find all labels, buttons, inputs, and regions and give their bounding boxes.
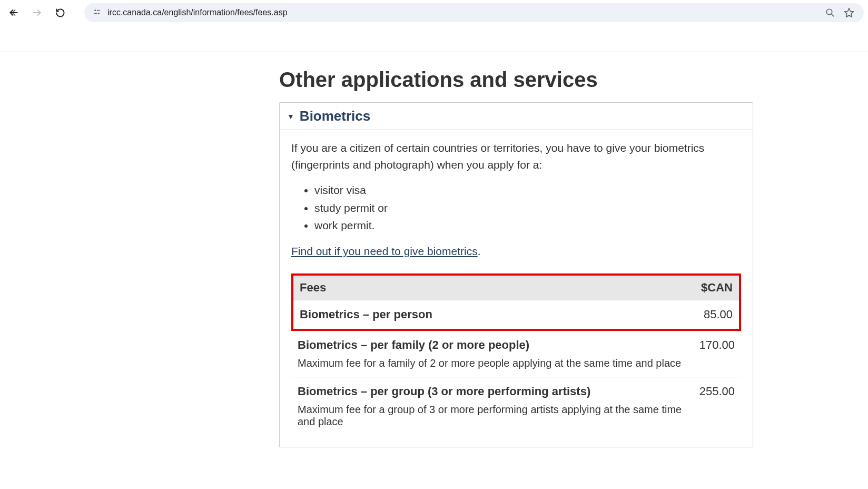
svg-rect-7 xyxy=(94,13,97,14)
fee-price: 255.00 xyxy=(699,385,735,398)
forward-button[interactable] xyxy=(27,3,46,22)
fee-row: Biometrics – per group (3 or more perfor… xyxy=(291,377,741,435)
list-item: visitor visa xyxy=(314,181,741,199)
url-text: ircc.canada.ca/english/information/fees/… xyxy=(107,8,817,17)
accordion-title: Biometrics xyxy=(300,108,370,124)
fee-row: Biometrics – per family (2 or more peopl… xyxy=(291,331,741,377)
fee-desc: Maximum fee for a family of 2 or more pe… xyxy=(298,357,689,369)
biometrics-accordion: ▼ Biometrics If you are a citizen of cer… xyxy=(279,102,753,447)
svg-point-3 xyxy=(95,9,96,11)
page-title: Other applications and services xyxy=(279,68,753,92)
biometrics-link[interactable]: Find out if you need to give biometrics xyxy=(291,245,478,257)
fee-name: Biometrics – per group (3 or more perfor… xyxy=(298,385,689,398)
svg-point-6 xyxy=(98,13,100,14)
fee-desc: Maximum fee for a group of 3 or more per… xyxy=(298,404,689,428)
chevron-down-icon: ▼ xyxy=(287,112,294,121)
fees-header-label: Fees xyxy=(300,281,326,295)
biometrics-link-line: Find out if you need to give biometrics. xyxy=(291,245,741,258)
highlighted-fee-section: Fees $CAN Biometrics – per person 85.00 xyxy=(291,273,741,331)
svg-rect-8 xyxy=(100,13,100,14)
fee-price: 85.00 xyxy=(704,308,733,321)
address-bar[interactable]: ircc.canada.ca/english/information/fees/… xyxy=(84,3,864,22)
apply-for-list: visitor visa study permit or work permit… xyxy=(291,181,741,234)
fee-table-header: Fees $CAN xyxy=(293,276,739,300)
page-content: Other applications and services ▼ Biomet… xyxy=(0,52,868,468)
fee-name: Biometrics – per person xyxy=(300,308,693,321)
browser-toolbar: ircc.canada.ca/english/information/fees/… xyxy=(0,0,868,25)
svg-rect-4 xyxy=(97,10,100,11)
accordion-toggle[interactable]: ▼ Biometrics xyxy=(280,103,753,130)
fee-name: Biometrics – per family (2 or more peopl… xyxy=(298,338,689,352)
list-item: study permit or xyxy=(314,199,741,217)
site-settings-icon[interactable] xyxy=(92,7,102,18)
currency-header-label: $CAN xyxy=(701,281,733,295)
zoom-icon[interactable] xyxy=(823,5,837,20)
accordion-body: If you are a citizen of certain countrie… xyxy=(280,130,753,447)
back-button[interactable] xyxy=(4,3,23,22)
svg-rect-5 xyxy=(94,10,95,11)
fee-price: 170.00 xyxy=(699,338,735,352)
intro-text: If you are a citizen of certain countrie… xyxy=(291,140,741,173)
svg-line-10 xyxy=(831,14,834,16)
bookmark-star-icon[interactable] xyxy=(842,5,856,20)
fee-row: Biometrics – per person 85.00 xyxy=(293,300,739,329)
reload-button[interactable] xyxy=(51,3,70,22)
list-item: work permit. xyxy=(314,217,741,234)
svg-marker-11 xyxy=(845,8,854,17)
